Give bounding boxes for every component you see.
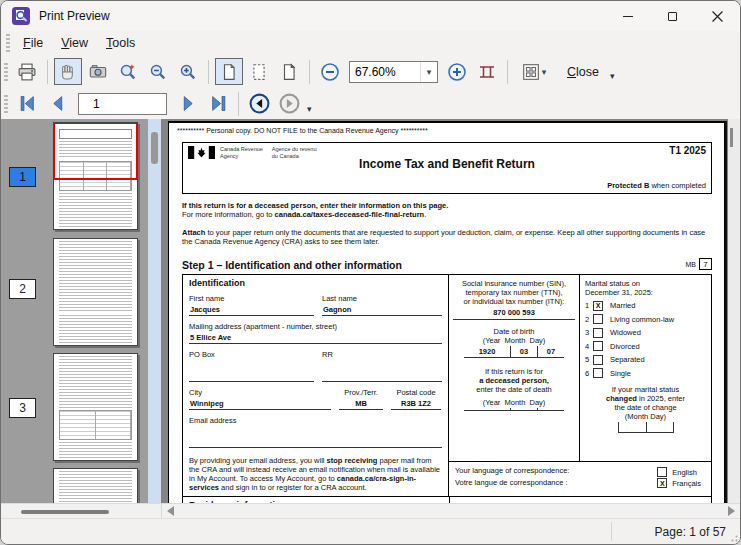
preview-page[interactable]: ********** Personal copy. DO NOT FILE to… [168,121,725,503]
last-page-button[interactable] [204,90,232,117]
form-code: T1 2025 [669,146,706,155]
last-page-icon [209,94,228,113]
horizontal-scroll-strip [1,503,740,518]
marital-option: 3Widowed [585,328,706,338]
marital-option: 1XMarried [585,301,706,311]
hand-icon [59,63,77,81]
language-section: Your language of correspondence: Votre l… [449,461,711,496]
deceased-note: If this return is for a deceased person,… [182,201,712,219]
next-page-icon [179,94,198,113]
sidebar-vertical-scrollbar[interactable] [148,119,161,503]
mailing-address-value: 5 Ellice Ave [189,331,442,344]
separator [208,60,209,84]
province-box: 7 [699,258,712,270]
toolbar-grip [4,95,8,113]
main-toolbar: ▾ [1,55,740,88]
zoom-level-input[interactable] [350,62,420,82]
thumbnail-label-1[interactable]: 1 [9,167,36,187]
marital-checkbox-common-law [593,314,603,324]
page-thumbnail-4[interactable] [53,468,138,503]
go-back-button[interactable] [245,90,273,117]
attach-note: Attach to your paper return only the doc… [182,228,712,246]
preview-horizontal-scrollbar[interactable] [161,504,740,518]
camera-icon [89,63,107,81]
maximize-button[interactable] [650,1,695,31]
print-preview-window: Print Preview File View Tools [0,0,741,545]
sidebar-scrollbar-thumb[interactable] [151,132,158,164]
zoom-level-combobox[interactable]: ▾ [349,61,438,83]
zoom-out-tool-button[interactable] [144,58,172,85]
title-bar: Print Preview [1,1,740,31]
canada-flag-icon [188,146,215,159]
email-value [189,438,442,448]
marital-option: 2Living common-law [585,314,706,324]
menu-file[interactable]: File [14,33,52,53]
zoom-dropdown-arrow-icon[interactable]: ▾ [420,62,437,82]
previous-page-button[interactable] [43,90,71,117]
fit-width-button[interactable] [473,58,501,85]
sin-column: Social insurance number (SIN), temporary… [449,275,580,461]
po-box-value [189,372,314,382]
zoom-in-icon [179,63,197,81]
scroll-right-icon[interactable] [728,506,735,516]
first-page-button[interactable] [13,90,41,117]
date-of-change-blank [618,422,674,433]
continuous-view-button[interactable] [245,58,273,85]
sidebar-hscroll-thumb[interactable] [21,510,109,514]
marital-checkbox-single [593,368,603,378]
toolbar-overflow-icon[interactable]: ▾ [304,96,315,114]
forward-icon [279,93,300,114]
menu-view[interactable]: View [52,33,97,53]
single-page-icon [220,63,238,81]
page-number-input[interactable] [78,93,167,115]
language-checkbox-francais: X [657,478,667,488]
page-thumbnail-2[interactable] [53,238,138,346]
language-checkbox-english [657,467,667,477]
close-preview-button[interactable]: Close [559,61,607,83]
navigation-toolbar: ▾ [1,88,740,119]
scroll-left-icon[interactable] [167,506,174,516]
preview-scrollbar-thumb[interactable] [730,128,733,147]
zoom-in-tool-button[interactable] [174,58,202,85]
next-page-button[interactable] [174,90,202,117]
print-button[interactable] [13,58,41,85]
zoom-out-button[interactable] [316,58,344,85]
marital-checkbox-divorced [593,341,603,351]
multiple-pages-button[interactable]: ▾ [514,58,554,85]
identification-column: Identification First nameJacques Last na… [183,275,449,496]
app-icon [12,7,30,25]
marital-checkbox-widowed [593,328,603,338]
marital-changed-note: If your marital status changed in 2025, … [585,385,706,433]
minimize-button[interactable] [605,1,650,31]
menu-tools[interactable]: Tools [97,33,144,53]
sidebar-horizontal-scrollbar[interactable] [1,504,161,518]
toolbar-overflow-icon[interactable]: ▾ [607,63,618,81]
preview-vertical-scrollbar[interactable] [728,119,740,503]
dynamic-zoom-icon [119,63,137,81]
dynamic-zoom-button[interactable] [114,58,142,85]
zoom-in-button[interactable] [443,58,471,85]
page-thumbnail-1[interactable] [53,122,138,230]
zoom-out-icon [149,63,167,81]
city-value: Winnipeg [189,397,331,410]
sin-value: 870 000 593 [453,308,575,320]
resize-grip-icon[interactable] [728,532,738,542]
identification-title: Identification [189,279,442,288]
thumbnail-label-2[interactable]: 2 [9,279,36,299]
agency-name-fr: Agence du revenu du Canada [272,146,317,159]
zoom-out-circle-icon [320,62,340,82]
page-thumbnail-3[interactable] [53,353,138,461]
thumbnail-label-3[interactable]: 3 [9,398,36,418]
hand-tool-button[interactable] [54,58,82,85]
go-forward-button[interactable] [275,90,303,117]
snapshot-button[interactable] [84,58,112,85]
close-window-button[interactable] [695,1,740,31]
multiple-pages-dropdown-icon: ▾ [542,67,547,77]
page-status: Page: 1 of 57 [655,525,726,539]
first-name-value: Jacques [189,303,314,316]
email-note: By providing your email address, you wil… [189,456,442,492]
single-page-view-button[interactable] [215,58,243,85]
facing-pages-view-button[interactable] [275,58,303,85]
marital-option: 4Divorced [585,341,706,351]
toolbar-grip [6,34,10,52]
